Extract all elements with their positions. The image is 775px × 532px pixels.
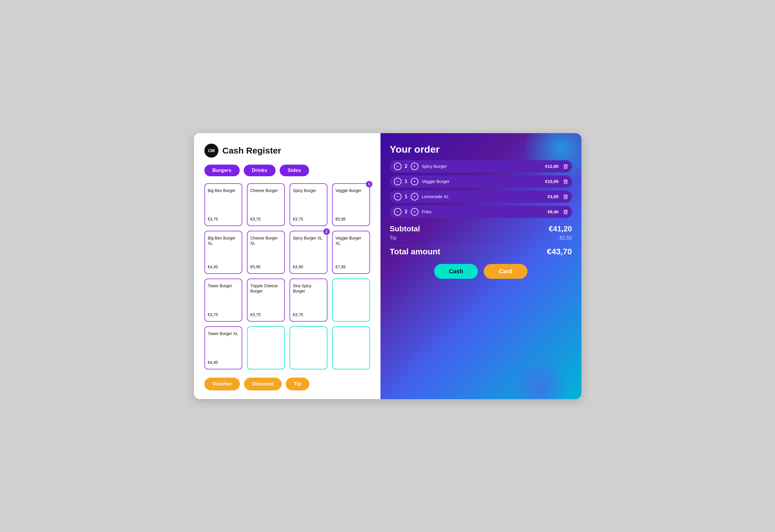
product-card-7[interactable]: 2Spicy Burger XL€4,95 xyxy=(290,231,327,274)
order-item: −1+Veggie Burger€15,95 xyxy=(390,175,572,188)
product-name-5: Big Ben Burger XL xyxy=(208,235,239,246)
trash-btn-1[interactable] xyxy=(563,164,568,169)
product-name-6: Cheese Burger XL xyxy=(251,235,281,246)
total-value: €43,70 xyxy=(547,247,572,256)
product-card-4[interactable]: 1Veggie Burger€5,95 xyxy=(332,183,370,226)
trash-btn-2[interactable] xyxy=(563,179,568,184)
order-title: Your order xyxy=(390,144,572,155)
product-grid: Big Ben Burger€3,75Cheese Burger€3,75Spi… xyxy=(205,183,370,369)
logo-text: CM xyxy=(208,148,214,153)
product-card-9[interactable]: Tower Burger€3,75 xyxy=(205,279,242,322)
product-price-7: €4,95 xyxy=(293,265,303,269)
tip-value: €2,50 xyxy=(559,235,572,241)
product-price-2: €3,75 xyxy=(251,217,261,221)
product-card-2[interactable]: Cheese Burger€3,75 xyxy=(247,183,285,226)
product-price-4: €5,95 xyxy=(336,217,346,221)
product-card-16[interactable] xyxy=(332,326,370,369)
tab-burgers[interactable]: Burgers xyxy=(205,165,240,176)
tip-row: Tip €2,50 xyxy=(390,235,572,241)
total-label: Total amount xyxy=(390,247,441,256)
product-price-3: €3,75 xyxy=(293,217,303,221)
product-price-6: €5,95 xyxy=(251,265,261,269)
order-item-name-1: Spicy Burger xyxy=(422,164,543,169)
product-price-5: €4,95 xyxy=(208,265,218,269)
product-name-1: Big Ben Burger xyxy=(208,188,236,193)
plus-btn-2[interactable]: + xyxy=(411,178,418,185)
product-name-7: Spicy Burger XL xyxy=(293,235,323,241)
product-card-5[interactable]: Big Ben Burger XL€4,95 xyxy=(205,231,242,274)
product-name-3: Spicy Burger xyxy=(293,188,316,193)
action-btn-tip[interactable]: Tip xyxy=(286,378,309,390)
logo: CM xyxy=(205,144,219,158)
product-price-11: €3,75 xyxy=(293,312,303,317)
pay-btn-cash[interactable]: Cash xyxy=(434,264,478,279)
qty-2: 1 xyxy=(404,179,408,184)
product-card-10[interactable]: Tripple Cheese Burger€3,75 xyxy=(247,279,285,322)
subtotal-value: €41,20 xyxy=(549,224,572,233)
product-name-4: Veggie Burger xyxy=(336,188,362,193)
qty-3: 1 xyxy=(404,194,408,199)
total-row: Total amount €43,70 xyxy=(390,247,572,256)
product-card-11[interactable]: Xtra Spicy Burger€3,75 xyxy=(290,279,327,322)
product-price-9: €3,75 xyxy=(208,312,218,317)
minus-btn-4[interactable]: − xyxy=(394,208,401,216)
order-item-name-3: Lemonade XL xyxy=(422,194,545,199)
order-totals: Subtotal €41,20 Tip €2,50 Total amount €… xyxy=(390,224,572,256)
subtotal-row: Subtotal €41,20 xyxy=(390,224,572,233)
product-price-8: €7,95 xyxy=(336,265,346,269)
order-item: −1+Lemonade XL€3,95 xyxy=(390,191,572,203)
app-container: CM Cash Register BurgersDrinksSides Big … xyxy=(194,133,582,399)
app-title: Cash Register xyxy=(223,146,281,156)
badge-4: 1 xyxy=(366,181,372,187)
product-name-9: Tower Burger xyxy=(208,283,232,288)
left-panel: CM Cash Register BurgersDrinksSides Big … xyxy=(194,133,381,399)
order-item-price-3: €3,95 xyxy=(547,194,559,199)
product-card-13[interactable]: Tower Burger XL€4,95 xyxy=(205,326,242,369)
minus-btn-3[interactable]: − xyxy=(394,193,401,200)
category-tabs: BurgersDrinksSides xyxy=(205,165,370,176)
product-card-15[interactable] xyxy=(290,326,327,369)
tip-label: Tip xyxy=(390,235,397,241)
product-card-6[interactable]: Cheese Burger XL€5,95 xyxy=(247,231,285,274)
order-item-price-1: €12,90 xyxy=(545,164,559,169)
divider xyxy=(390,246,572,246)
subtotal-label: Subtotal xyxy=(390,224,420,233)
product-name-13: Tower Burger XL xyxy=(208,331,238,336)
pay-btn-card[interactable]: Card xyxy=(484,264,527,279)
product-name-8: Veggie Burger XL xyxy=(336,235,367,246)
minus-btn-2[interactable]: − xyxy=(394,178,401,185)
action-btn-discount[interactable]: Discount xyxy=(244,378,282,390)
product-card-8[interactable]: Veggie Burger XL€7,95 xyxy=(332,231,370,274)
product-name-2: Cheese Burger xyxy=(251,188,278,193)
plus-btn-1[interactable]: + xyxy=(411,163,418,170)
trash-btn-4[interactable] xyxy=(563,209,568,214)
plus-btn-4[interactable]: + xyxy=(411,208,418,216)
header: CM Cash Register xyxy=(205,144,370,158)
order-items: −2+Spicy Burger€12,90−1+Veggie Burger€15… xyxy=(390,160,572,218)
trash-btn-3[interactable] xyxy=(563,194,568,199)
product-name-11: Xtra Spicy Burger xyxy=(293,283,324,294)
bottom-actions: VoucherDiscountTip xyxy=(205,378,370,390)
order-item: −2+Spicy Burger€12,90 xyxy=(390,160,572,172)
action-btn-voucher[interactable]: Voucher xyxy=(205,378,240,390)
product-price-13: €4,95 xyxy=(208,360,218,365)
product-card-3[interactable]: Spicy Burger€3,75 xyxy=(290,183,327,226)
order-item-name-4: Fries xyxy=(422,209,545,214)
tab-drinks[interactable]: Drinks xyxy=(244,165,276,176)
plus-btn-3[interactable]: + xyxy=(411,193,418,200)
qty-4: 2 xyxy=(404,209,408,214)
payment-buttons: CashCard xyxy=(390,264,572,279)
right-panel: Your order −2+Spicy Burger€12,90−1+Veggi… xyxy=(381,133,582,399)
product-card-1[interactable]: Big Ben Burger€3,75 xyxy=(205,183,242,226)
badge-7: 2 xyxy=(323,228,330,235)
product-card-14[interactable] xyxy=(247,326,285,369)
product-card-12[interactable] xyxy=(332,279,370,322)
order-item: −2+Fries€8,40 xyxy=(390,206,572,218)
qty-1: 2 xyxy=(404,164,408,169)
tab-sides[interactable]: Sides xyxy=(280,165,309,176)
product-name-10: Tripple Cheese Burger xyxy=(251,283,281,294)
order-item-price-2: €15,95 xyxy=(545,179,559,184)
product-price-1: €3,75 xyxy=(208,217,218,221)
minus-btn-1[interactable]: − xyxy=(394,163,401,170)
order-item-price-4: €8,40 xyxy=(547,209,559,214)
